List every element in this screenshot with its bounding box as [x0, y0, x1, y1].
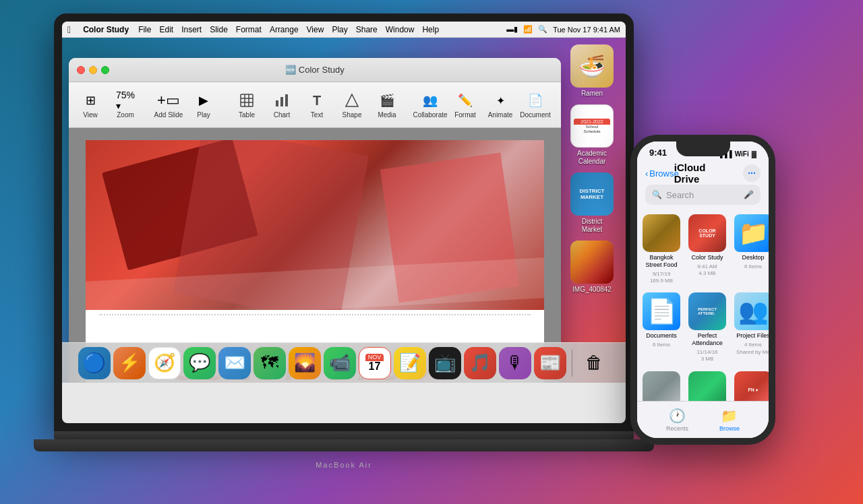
file-meta-perfect: 11/14/163 MB [696, 349, 717, 363]
dock-messages[interactable]: 💬 [183, 347, 216, 379]
keynote-window: 🆕 Color Study ⊞ View 75% ▾ Zoom [69, 58, 561, 383]
menu-edit[interactable]: Edit [159, 25, 173, 34]
dock-maps[interactable]: 🗺 [254, 347, 286, 379]
icloud-header: ‹ Browse iCloud Drive ··· 🔍 Search 🎤 [637, 160, 769, 210]
desktop-icons-container: 🍜 Ramen 2021-2022 SchoolSchedule Academi… [565, 44, 619, 294]
macbook-screen-bezel:  Color Study File Edit Insert Slide For… [54, 13, 634, 431]
file-name-projectfiles: Project Files [736, 332, 769, 340]
dock-music[interactable]: 🎵 [464, 347, 496, 379]
search-input[interactable]: Search [666, 190, 740, 200]
animate-label: Animate [488, 111, 513, 119]
menu-file[interactable]: File [138, 25, 151, 34]
browse-label: Browse [719, 425, 740, 432]
file-thumb-scenic [688, 371, 726, 401]
file-name-perfect: Perfect Attendance [688, 332, 726, 347]
dock-podcasts[interactable]: 🎙 [499, 347, 531, 379]
toolbar-view[interactable]: ⊞ View [74, 88, 107, 121]
icloud-nav: ‹ Browse iCloud Drive ··· [645, 164, 761, 182]
view-icon: ⊞ [81, 91, 100, 110]
dock-photos[interactable]: 🌄 [289, 347, 321, 379]
close-button[interactable] [77, 66, 85, 74]
svg-marker-8 [346, 94, 358, 106]
dock-news[interactable]: 📰 [534, 347, 566, 379]
dock-trash[interactable]: 🗑 [578, 347, 610, 379]
dock-mail[interactable]: ✉️ [218, 347, 251, 379]
file-item-scenic[interactable]: Scenic Pacific Trails 5/15/162.4 MB [688, 371, 726, 401]
toolbar-animate[interactable]: ✦ Animate [484, 88, 516, 121]
desktop-icon-ramen[interactable]: 🍜 Ramen [565, 44, 619, 98]
icloud-more-button[interactable]: ··· [743, 164, 761, 182]
desktop-icon-calendar[interactable]: 2021-2022 SchoolSchedule AcademicCalenda… [565, 104, 619, 166]
mic-icon[interactable]: 🎤 [744, 190, 754, 199]
menu-slide[interactable]: Slide [210, 25, 228, 34]
iphone-notch [676, 141, 730, 156]
file-item-colorstudy[interactable]: COLORSTUDY Color Study 9:41 AM4.3 MB [688, 214, 726, 284]
toolbar-zoom[interactable]: 75% ▾ Zoom [109, 88, 142, 121]
file-item-projectfiles[interactable]: 👥 Project Files 4 ItemsShared by Me [734, 292, 769, 363]
desktop-icon-district[interactable]: DISTRICTMARKET DistrictMarket [565, 172, 619, 234]
macbook-bottom: MacBook Air [34, 431, 654, 492]
file-item-documents[interactable]: 📄 Documents 6 Items [643, 292, 680, 363]
toolbar-text[interactable]: T Text [301, 88, 333, 121]
dock-appletv[interactable]: 📺 [429, 347, 461, 379]
toolbar-add-slide[interactable]: +▭ Add Slide [152, 88, 185, 121]
app-name-keynote[interactable]: Color Study [83, 25, 129, 34]
menu-format[interactable]: Format [236, 25, 262, 34]
keynote-window-title: 🆕 Color Study [285, 65, 345, 75]
file-item-desktop[interactable]: 📁 Desktop 6 Items [734, 214, 769, 284]
dock-facetime[interactable]: 📹 [324, 347, 356, 379]
file-thumb-colorstudy: COLORSTUDY [688, 214, 726, 252]
maximize-button[interactable] [101, 66, 109, 74]
icloud-search-bar[interactable]: 🔍 Search 🎤 [645, 185, 761, 205]
file-meta-colorstudy: 9:41 AM4.3 MB [697, 263, 717, 278]
dock-notes[interactable]: 📝 [394, 347, 426, 379]
table-label: Table [239, 111, 255, 119]
search-icon[interactable]: 🔍 [538, 25, 547, 34]
dock-launchpad[interactable]: ⚡ [113, 347, 146, 379]
menu-view[interactable]: View [307, 25, 324, 34]
file-meta-bangkok: 9/17/19169.9 MB [650, 271, 673, 285]
desktop-icon-photo[interactable]: IMG_400842 [565, 241, 619, 294]
svg-rect-7 [285, 94, 288, 106]
tab-recents[interactable]: 🕐 Recents [666, 408, 688, 432]
battery-status-icon: ▓ [752, 150, 756, 158]
toolbar-document[interactable]: 📄 Document [519, 88, 552, 121]
toolbar-shape[interactable]: Shape [336, 88, 368, 121]
macbook-label: MacBook Air [34, 451, 654, 469]
menu-help[interactable]: Help [422, 25, 439, 34]
menu-share[interactable]: Share [356, 25, 378, 34]
file-thumb-bangkok [643, 214, 680, 252]
dock-finder[interactable]: 🔵 [78, 347, 111, 379]
menu-window[interactable]: Window [386, 25, 415, 34]
shape-icon [343, 91, 361, 110]
svg-rect-6 [280, 97, 283, 106]
tab-browse[interactable]: 📁 Browse [719, 408, 740, 432]
file-item-remodel[interactable]: Remodel Projec...udget 5/5/16232 KB [643, 371, 680, 401]
menu-arrange[interactable]: Arrange [270, 25, 299, 34]
file-thumb-projectfiles: 👥 [734, 292, 769, 330]
file-name-desktop: Desktop [742, 254, 764, 261]
chevron-left-icon: ‹ [645, 168, 648, 179]
mac-screen:  Color Study File Edit Insert Slide For… [62, 22, 626, 423]
toolbar-format[interactable]: ✏️ Format [449, 88, 481, 121]
slide-image-area [86, 140, 544, 310]
file-name-bangkok: Bangkok Street Food [643, 254, 680, 269]
file-item-perfect[interactable]: PERFECTATTEND. Perfect Attendance 11/14/… [688, 292, 726, 363]
toolbar-table[interactable]: Table [231, 88, 263, 121]
apple-menu-icon[interactable]:  [67, 24, 71, 35]
toolbar-collaborate[interactable]: 👥 Collaborate [414, 88, 446, 121]
menu-play[interactable]: Play [332, 25, 347, 34]
macbook-base [34, 439, 654, 451]
dock-safari[interactable]: 🧭 [148, 347, 181, 379]
toolbar-media[interactable]: 🎬 Media [371, 88, 403, 121]
minimize-button[interactable] [89, 66, 97, 74]
toolbar-more[interactable]: » [554, 93, 561, 117]
desktop-icon-district-label: DistrictMarket [582, 218, 603, 234]
file-item-screen[interactable]: FN ♦ Screen Printing 5/8/1626.1 MB [734, 371, 769, 401]
menu-insert[interactable]: Insert [181, 25, 202, 34]
toolbar-play[interactable]: ▶ Play [187, 88, 220, 121]
dock-calendar[interactable]: NOV 17 [359, 347, 391, 379]
mac-dock: 🔵 ⚡ 🧭 💬 ✉️ 🗺 [62, 342, 626, 383]
file-item-bangkok[interactable]: Bangkok Street Food 9/17/19169.9 MB [643, 214, 680, 284]
toolbar-chart[interactable]: Chart [266, 88, 298, 121]
